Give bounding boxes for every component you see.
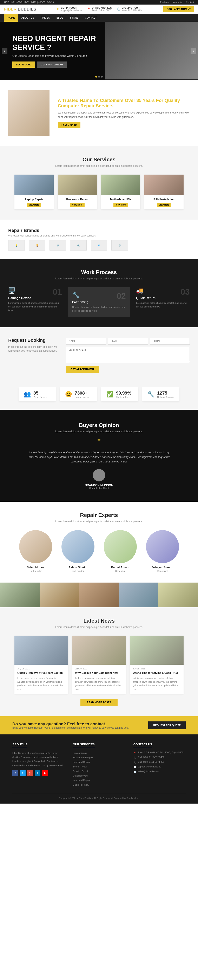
footer-phone1-icon: 📞 bbox=[133, 756, 136, 759]
nav-item-about[interactable]: About Us bbox=[18, 14, 37, 22]
expert-name-2: Aslam Sheikh bbox=[59, 566, 97, 569]
news-section: Latest News Lorem ipsum dolor sit amet a… bbox=[0, 607, 198, 716]
news-desc: Lorem ipsum dolor sit amet adipiscing el… bbox=[8, 626, 190, 628]
warranty-link[interactable]: Warranty bbox=[173, 1, 182, 3]
service-card-img-ram bbox=[144, 175, 184, 195]
footer-services-list: Laptop Repair Motherboard Repair Keyboar… bbox=[73, 751, 125, 786]
opening-hour: 🕐 OPENING HOUR Mon - Fri: 8 AM - 9 PM bbox=[117, 6, 143, 11]
news-excerpt-2: In this case you can use my for deleting… bbox=[75, 676, 123, 691]
email-icon: ✉ bbox=[57, 8, 60, 11]
work-strip-4 bbox=[119, 582, 158, 607]
form-message-input[interactable] bbox=[66, 347, 190, 363]
stat-buyers-label: Happy Buyers bbox=[74, 396, 89, 398]
footer-contact-address: 📍 Road-1 S Palo BLVD Suit: 220D, Bogra-5… bbox=[133, 751, 185, 754]
header: FIBER BUDDIES ✉ GET IN TOUCH support@fix… bbox=[0, 5, 198, 14]
news-read-more-button[interactable]: READ MORE POSTS bbox=[81, 699, 117, 706]
stat-years-content: 35 Years Service bbox=[33, 390, 47, 398]
service-card-link-processor[interactable]: View More bbox=[70, 203, 84, 207]
nav-item-store[interactable]: Store bbox=[67, 14, 82, 22]
social-twitter-icon[interactable]: t bbox=[20, 770, 25, 776]
brands-header: Repair Brands We repair with various kin… bbox=[8, 228, 190, 237]
hero-title: NEED URGENT REPAIR SERVICE ? bbox=[13, 34, 99, 52]
reviews-link[interactable]: Reviews bbox=[160, 1, 169, 3]
process-step-2-num: 02 bbox=[117, 291, 126, 301]
footer-email2-icon: ✉️ bbox=[133, 770, 136, 773]
about-body: We have been in the repair and service b… bbox=[58, 111, 190, 119]
hero-prev-button[interactable]: ‹ bbox=[2, 48, 8, 54]
hero-dot-2[interactable] bbox=[98, 76, 100, 78]
news-card-2: July 19, 2021 Why Backup Your Data Right… bbox=[72, 636, 126, 694]
hero-next-button[interactable]: › bbox=[190, 48, 196, 54]
nav-item-contact[interactable]: Contact bbox=[82, 14, 100, 22]
service-card-body-processor: Processor Repair View More bbox=[58, 195, 97, 209]
testimonials-section: Buyers Opinion Lorem ipsum dolor sit ame… bbox=[0, 410, 198, 502]
footer-phone2-icon: 📞 bbox=[133, 761, 136, 764]
hero-dot-3[interactable] bbox=[101, 76, 103, 78]
nav-item-blog[interactable]: Blog bbox=[53, 14, 67, 22]
expert-role-1: Co-Founder bbox=[17, 570, 54, 572]
expert-name-4: Jobayer Sumon bbox=[144, 566, 181, 569]
social-google-icon[interactable]: g+ bbox=[27, 770, 33, 776]
book-appointment-button[interactable]: BOOK APPOINTMENT bbox=[163, 6, 194, 12]
news-excerpt-3: In this case you can use my for deleting… bbox=[133, 676, 181, 691]
nav-list: Home About Us Prices Blog Store Contact bbox=[0, 14, 198, 22]
about-image bbox=[8, 91, 49, 136]
service-card-ram: RAM Installation View More bbox=[144, 175, 184, 209]
hero-get-started-button[interactable]: GET STARTED NOW bbox=[37, 62, 67, 68]
stats-section: 👥 35 Years Service 😊 7308+ Happy Buyers … bbox=[0, 383, 198, 410]
process-step-3-desc: Lorem ipsum dolor sit amet consectetur a… bbox=[136, 301, 190, 309]
process-section: Work Process Lorem ipsum dolor sit amet … bbox=[0, 259, 198, 327]
footer-service-item-3: Keyboard Repair bbox=[73, 760, 125, 764]
about-learn-more-button[interactable]: LEARN MORE bbox=[58, 122, 81, 128]
service-card-body-ram: RAM Installation View More bbox=[144, 195, 184, 209]
service-card-title-motherboard: Motherboard Fix bbox=[103, 198, 138, 201]
testimonials-desc: Lorem ipsum dolor sit amet adipiscing el… bbox=[16, 430, 182, 433]
cta-btn[interactable]: REQUEST FOR QUOTE bbox=[148, 721, 185, 729]
service-card-link-motherboard[interactable]: View More bbox=[113, 203, 128, 207]
news-card-body-2: July 19, 2021 Why Backup Your Data Right… bbox=[72, 665, 126, 694]
service-card-link-laptop[interactable]: View More bbox=[27, 203, 41, 207]
stat-years-label: Years Service bbox=[33, 396, 47, 398]
social-facebook-icon[interactable]: f bbox=[13, 770, 18, 776]
nav-item-prices[interactable]: Prices bbox=[37, 14, 53, 22]
footer-copyright: Copyright © 2021 - Fiber Buddies. All Ri… bbox=[59, 797, 139, 799]
form-submit-button[interactable]: GET APPOINTMENT bbox=[66, 366, 99, 373]
form-email-input[interactable] bbox=[108, 337, 148, 345]
hero-learn-more-button[interactable]: LEARN MORE bbox=[13, 62, 35, 68]
footer-about-title: ABOUT US bbox=[13, 743, 27, 748]
process-step-2-desc: Nuestro, Nuestro, but most of all we wan… bbox=[72, 305, 126, 313]
service-card-title-ram: RAM Installation bbox=[147, 198, 181, 201]
expert-img-placeholder-2 bbox=[62, 530, 95, 563]
cta-bar: Do you have any question? Feel free to c… bbox=[0, 716, 198, 735]
stat-awards-content: 1275 National Awards bbox=[157, 390, 173, 398]
experts-title: Repair Experts bbox=[8, 512, 190, 519]
cta-title: Do you have any question? Feel free to c… bbox=[13, 722, 129, 726]
nav-item-home[interactable]: Home bbox=[4, 14, 18, 22]
stat-contend-icon: ✅ bbox=[106, 391, 113, 398]
news-card-img-2 bbox=[72, 636, 126, 665]
hero-dot-1[interactable] bbox=[95, 76, 97, 78]
stat-contend: ✅ 99.99% Contend Feed bbox=[101, 387, 138, 401]
footer-services-title: OUR SERVICES bbox=[73, 743, 95, 748]
stat-awards-num: 1275 bbox=[157, 390, 173, 396]
form-name-input[interactable] bbox=[66, 337, 106, 345]
testimonials-title: Buyers Opinion bbox=[16, 422, 182, 428]
hero-image bbox=[105, 22, 198, 80]
news-card-img-1 bbox=[14, 636, 68, 665]
cta-desc: Bring your valuable Backup Typing, Stude… bbox=[13, 726, 129, 729]
work-strip-3 bbox=[79, 582, 119, 607]
form-phone-input[interactable] bbox=[150, 337, 190, 345]
service-card-img-processor bbox=[58, 175, 97, 195]
service-card-img-laptop bbox=[14, 175, 54, 195]
social-linkedin-icon[interactable]: in bbox=[35, 770, 40, 776]
brand-logo-4: 🔩 bbox=[70, 240, 87, 251]
service-card-link-ram[interactable]: View More bbox=[157, 203, 171, 207]
header-info: ✉ GET IN TOUCH support@fixbuddies.us 📍 O… bbox=[57, 6, 142, 11]
stat-years: 👥 35 Years Service bbox=[19, 387, 56, 401]
contact-link[interactable]: Contact bbox=[186, 1, 194, 3]
footer-about-col: ABOUT US Fiber Buddies offer professiona… bbox=[13, 743, 65, 788]
footer-contact-email2: ✉️ sales@fixbuddies.us bbox=[133, 770, 185, 773]
clock-icon: 🕐 bbox=[117, 8, 120, 11]
experts-section: Repair Experts Lorem ipsum dolor sit ame… bbox=[0, 502, 198, 582]
social-youtube-icon[interactable]: ▶ bbox=[42, 770, 48, 776]
